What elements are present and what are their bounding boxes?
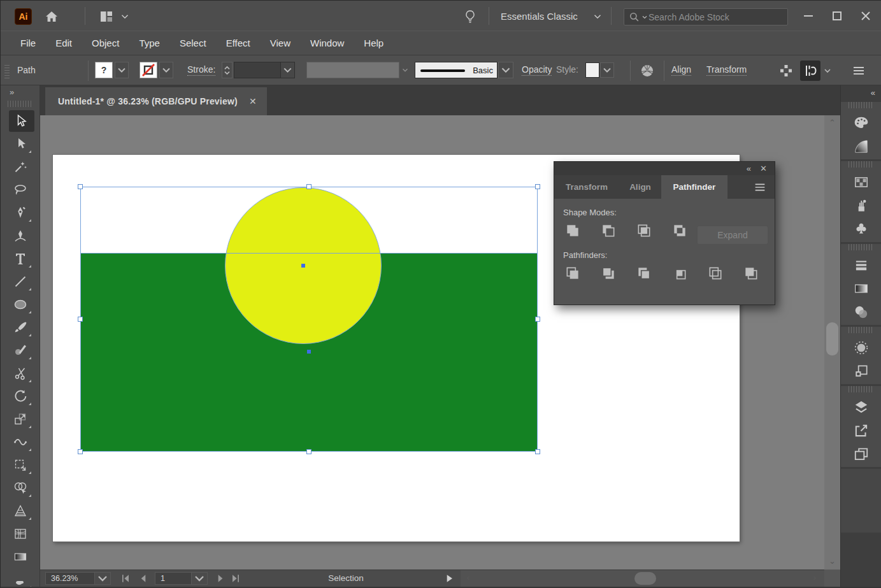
document-tab-close-icon[interactable]: ✕ bbox=[249, 96, 257, 106]
zoom-chevron-icon[interactable] bbox=[94, 572, 111, 585]
tool-perspective-grid[interactable] bbox=[1, 499, 40, 522]
scroll-left-icon[interactable]: ‹ bbox=[463, 573, 473, 582]
menu-object[interactable]: Object bbox=[82, 38, 129, 48]
arrange-documents-chevron-icon[interactable] bbox=[119, 8, 131, 25]
panel-button-transparency-icon[interactable] bbox=[841, 300, 881, 324]
workspace-switcher[interactable]: Essentials Classic bbox=[501, 11, 578, 22]
dock-group-grip[interactable] bbox=[849, 161, 874, 168]
menu-help[interactable]: Help bbox=[354, 38, 394, 48]
vertical-scrollbar-thumb[interactable] bbox=[826, 322, 838, 355]
selection-handle-bottom-left[interactable] bbox=[78, 449, 83, 454]
selection-handle-top-right[interactable] bbox=[535, 184, 540, 189]
panel-close-icon[interactable]: ✕ bbox=[760, 164, 767, 173]
fill-swatch[interactable]: ? bbox=[95, 62, 113, 78]
tool-mesh[interactable] bbox=[1, 522, 40, 545]
stroke-swatch-chevron-icon[interactable] bbox=[159, 62, 173, 78]
pathfinder-divide-icon[interactable] bbox=[564, 265, 581, 282]
tool-shaper[interactable] bbox=[1, 339, 40, 362]
tool-selection[interactable] bbox=[1, 110, 40, 133]
align-options-icon[interactable] bbox=[777, 62, 795, 79]
tool-free-transform[interactable] bbox=[1, 454, 40, 477]
stock-search-box[interactable] bbox=[624, 8, 788, 25]
next-artboard-icon[interactable] bbox=[214, 573, 227, 584]
artboard-chevron-icon[interactable] bbox=[191, 572, 208, 585]
maximize-button[interactable] bbox=[822, 1, 851, 31]
tools-panel-expand-icon[interactable]: » bbox=[1, 85, 39, 99]
vertical-scrollbar[interactable]: ⌃ ⌄ bbox=[824, 115, 840, 570]
menu-type[interactable]: Type bbox=[129, 38, 170, 48]
tool-line-segment[interactable] bbox=[1, 270, 40, 293]
tool-scissors[interactable] bbox=[1, 362, 40, 385]
transform-link[interactable]: Transform bbox=[706, 64, 747, 76]
fill-chevron-icon[interactable] bbox=[115, 62, 129, 78]
panel-tab-align[interactable]: Align bbox=[619, 175, 661, 199]
tool-gradient[interactable] bbox=[1, 545, 40, 568]
stroke-weight-stepper[interactable] bbox=[222, 62, 233, 78]
shape-modes-chevron-icon[interactable] bbox=[822, 66, 833, 76]
tool-curvature[interactable] bbox=[1, 224, 40, 247]
menu-select[interactable]: Select bbox=[170, 38, 217, 48]
workspace-chevron-icon[interactable] bbox=[592, 8, 603, 25]
tool-paintbrush[interactable] bbox=[1, 316, 40, 339]
dock-group-grip[interactable] bbox=[849, 102, 874, 108]
shape-modes-button[interactable] bbox=[800, 61, 820, 81]
tool-rotate[interactable] bbox=[1, 385, 40, 408]
circle-center-point[interactable] bbox=[301, 264, 305, 268]
shape-mode-minus-front-icon[interactable] bbox=[600, 222, 617, 239]
dock-group-grip[interactable] bbox=[849, 327, 874, 333]
rectangle-center-point[interactable] bbox=[307, 350, 311, 354]
panel-button-color-guide-icon[interactable] bbox=[841, 134, 881, 158]
artboard-number-field[interactable]: 1 bbox=[155, 572, 192, 585]
last-artboard-icon[interactable] bbox=[229, 573, 242, 584]
selection-bounding-box[interactable] bbox=[80, 187, 538, 452]
panel-button-brushes-icon[interactable] bbox=[841, 194, 881, 217]
search-input[interactable] bbox=[648, 12, 770, 22]
selection-handle-middle-right[interactable] bbox=[535, 317, 540, 322]
menu-effect[interactable]: Effect bbox=[217, 38, 261, 48]
style-swatch[interactable] bbox=[585, 62, 599, 78]
menu-file[interactable]: File bbox=[11, 38, 46, 48]
scroll-down-icon[interactable]: ⌄ bbox=[824, 556, 840, 566]
tool-lasso[interactable] bbox=[1, 178, 40, 201]
tool-shape-builder[interactable] bbox=[1, 477, 40, 499]
arrange-documents-icon[interactable] bbox=[97, 8, 115, 25]
tool-type[interactable] bbox=[1, 247, 40, 270]
tool-magic-wand[interactable] bbox=[1, 155, 40, 178]
dock-group-grip[interactable] bbox=[849, 386, 874, 392]
minimize-button[interactable] bbox=[794, 1, 822, 31]
pathfinder-crop-icon[interactable] bbox=[671, 265, 688, 282]
selection-handle-middle-left[interactable] bbox=[78, 317, 83, 322]
stroke-weight-chevron-icon[interactable] bbox=[280, 62, 294, 78]
horizontal-scrollbar-thumb[interactable] bbox=[634, 572, 656, 585]
selection-handle-top-left[interactable] bbox=[78, 184, 83, 189]
pathfinder-merge-icon[interactable] bbox=[636, 265, 652, 282]
control-panel-menu-icon[interactable] bbox=[850, 62, 867, 79]
panel-button-artboards-icon[interactable] bbox=[841, 442, 881, 466]
first-artboard-icon[interactable] bbox=[119, 573, 132, 584]
panel-button-export-icon[interactable] bbox=[841, 419, 881, 442]
scroll-up-icon[interactable]: ⌃ bbox=[824, 118, 840, 127]
pathfinder-outline-icon[interactable] bbox=[707, 265, 724, 282]
panel-button-stroke-icon[interactable] bbox=[841, 253, 881, 276]
zoom-level-field[interactable]: 36.23% bbox=[45, 572, 95, 585]
panel-button-layers-icon[interactable] bbox=[841, 395, 881, 419]
selection-handle-bottom-center[interactable] bbox=[306, 449, 312, 454]
tool-scale[interactable] bbox=[1, 408, 40, 431]
dock-group-grip[interactable] bbox=[849, 244, 874, 250]
pathfinder-minus-back-icon[interactable] bbox=[743, 265, 759, 282]
search-chevron-icon[interactable] bbox=[641, 13, 648, 21]
tools-panel-grip[interactable] bbox=[8, 101, 33, 107]
tool-blob-brush[interactable] bbox=[1, 568, 40, 588]
document-tab[interactable]: Untitled-1* @ 36.23% (RGB/GPU Preview) ✕ bbox=[45, 87, 267, 115]
pathfinder-panel-titlebar[interactable]: « ✕ bbox=[554, 162, 775, 175]
selection-handle-bottom-right[interactable] bbox=[535, 449, 540, 454]
stroke-weight-dropdown[interactable] bbox=[234, 62, 295, 78]
align-link[interactable]: Align bbox=[671, 64, 691, 76]
horizontal-scrollbar[interactable]: ‹ › bbox=[461, 570, 824, 587]
tool-width[interactable] bbox=[1, 431, 40, 454]
menu-edit[interactable]: Edit bbox=[46, 38, 82, 48]
dock-expand-icon[interactable]: « bbox=[841, 85, 881, 101]
previous-artboard-icon[interactable] bbox=[137, 573, 150, 584]
shape-mode-unite-icon[interactable] bbox=[564, 222, 581, 239]
scroll-right-icon[interactable]: › bbox=[810, 573, 820, 582]
